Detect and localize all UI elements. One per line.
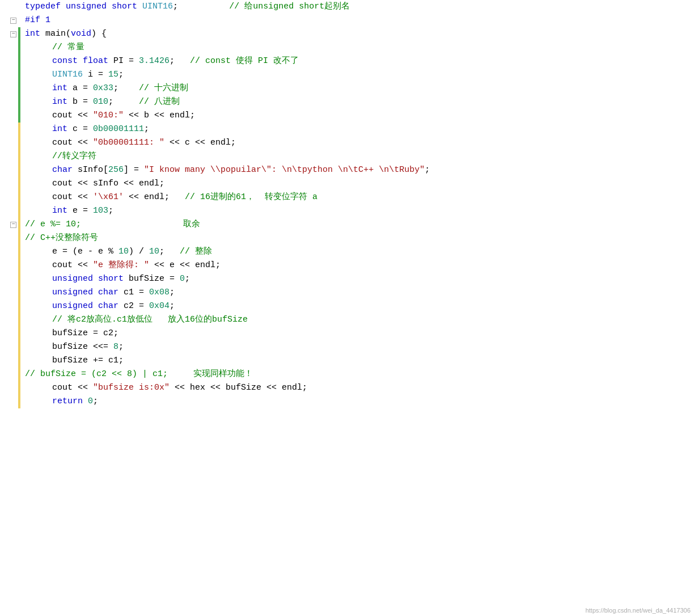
- code-line: // 将c2放高位.c1放低位 放入16位的bufSize: [25, 313, 695, 327]
- fold-icon[interactable]: −: [10, 222, 16, 228]
- code-line: int main(void) {: [25, 27, 695, 41]
- gutter-line: [0, 245, 20, 259]
- gutter-line: [0, 340, 20, 354]
- code-content: typedef unsigned short UINT16; // 给unsig…: [20, 0, 695, 616]
- gutter-line: [0, 354, 20, 368]
- code-line: unsigned char c2 = 0x04;: [25, 299, 695, 313]
- gutter-line: [0, 54, 20, 68]
- code-line: return 0;: [25, 395, 695, 408]
- code-line: // 常量: [25, 41, 695, 54]
- gutter-line: [0, 68, 20, 82]
- code-line: // bufSize = (c2 << 8) | c1; 实现同样功能！: [25, 368, 695, 381]
- gutter-line: [0, 381, 20, 395]
- gutter-line: [0, 299, 20, 313]
- gutter-line: [0, 204, 20, 218]
- code-line: bufSize <<= 8;: [25, 340, 695, 354]
- code-line: #if 1: [25, 14, 695, 27]
- gutter-line: [0, 368, 20, 381]
- gutter-line: −: [0, 14, 20, 27]
- gutter-line: [0, 259, 20, 272]
- gutter-line: [0, 286, 20, 299]
- gutter: −−−: [0, 0, 20, 616]
- code-line: cout << "010:" << b << endl;: [25, 109, 695, 123]
- gutter-line: [0, 191, 20, 204]
- code-line: typedef unsigned short UINT16; // 给unsig…: [25, 0, 695, 14]
- gutter-line: [0, 123, 20, 136]
- gutter-line: [0, 95, 20, 109]
- gutter-line: [0, 82, 20, 95]
- code-line: // e %= 10; 取余: [25, 218, 695, 231]
- code-line: int b = 010; // 八进制: [25, 95, 695, 109]
- gutter-line: [0, 177, 20, 191]
- gutter-line: [0, 0, 20, 14]
- gutter-line: [0, 136, 20, 150]
- gutter-line: [0, 163, 20, 177]
- gutter-line: [0, 272, 20, 286]
- code-line: unsigned char c1 = 0x08;: [25, 286, 695, 299]
- code-line: bufSize += c1;: [25, 354, 695, 368]
- code-line: cout << '\x61' << endl; // 16进制的61， 转变位字…: [25, 191, 695, 204]
- code-editor: −−− typedef unsigned short UINT16; // 给u…: [0, 0, 695, 616]
- code-line: UINT16 i = 15;: [25, 68, 695, 82]
- code-line: unsigned short bufSize = 0;: [25, 272, 695, 286]
- code-line: int a = 0x33; // 十六进制: [25, 82, 695, 95]
- gutter-line: [0, 41, 20, 54]
- watermark: https://blog.csdn.net/wei_da_4417306: [586, 607, 690, 614]
- code-line: cout << "e 整除得: " << e << endl;: [25, 259, 695, 272]
- gutter-line: [0, 395, 20, 408]
- code-line: cout << "bufsize is:0x" << hex << bufSiz…: [25, 381, 695, 395]
- code-line: // C++没整除符号: [25, 231, 695, 245]
- gutter-line: −: [0, 218, 20, 231]
- gutter-line: [0, 313, 20, 327]
- code-line: int c = 0b00001111;: [25, 123, 695, 136]
- fold-icon[interactable]: −: [10, 18, 16, 24]
- gutter-line: [0, 150, 20, 163]
- code-line: cout << sInfo << endl;: [25, 177, 695, 191]
- gutter-line: [0, 327, 20, 340]
- code-line: char sInfo[256] = "I know many \\popuila…: [25, 163, 695, 177]
- code-line: bufSize = c2;: [25, 327, 695, 340]
- code-line: e = (e - e % 10) / 10; // 整除: [25, 245, 695, 259]
- code-line: cout << "0b00001111: " << c << endl;: [25, 136, 695, 150]
- gutter-line: [0, 231, 20, 245]
- code-line: const float PI = 3.1426; // const 使得 PI …: [25, 54, 695, 68]
- gutter-line: [0, 109, 20, 123]
- code-line: //转义字符: [25, 150, 695, 163]
- fold-icon[interactable]: −: [10, 31, 16, 37]
- gutter-line: −: [0, 27, 20, 41]
- code-line: int e = 103;: [25, 204, 695, 218]
